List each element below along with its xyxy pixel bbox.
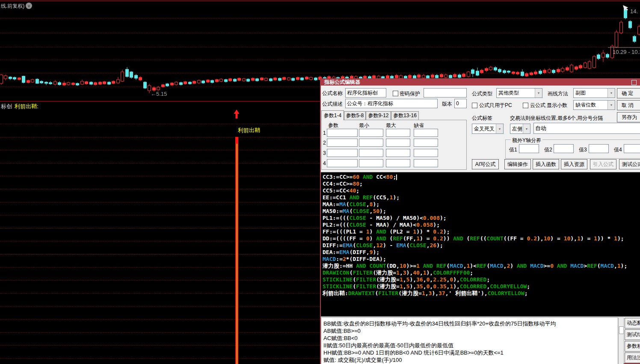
param-input-r1c2[interactable]: [359, 129, 383, 137]
candle-body: [570, 65, 573, 72]
pc-only-checkbox[interactable]: [472, 103, 477, 108]
code-line[interactable]: MAA:=MA(CLOSE,8);: [323, 201, 640, 208]
param-input-r4c2[interactable]: [359, 159, 383, 167]
candle-body: [310, 77, 313, 80]
code-line[interactable]: STICKLINE(FILTER(潜力股=1,5),36,0,2.25,0),C…: [323, 276, 640, 283]
param-input-r2c2[interactable]: [359, 139, 383, 147]
test-formula-button[interactable]: 测试公式: [619, 159, 640, 169]
code-line[interactable]: PL2:=(((CLOSE - MAA) / MAA)<0.058);: [323, 222, 640, 228]
code-line[interactable]: PL1:=(((CLOSE - MA50) / MA50)<0.008);: [323, 215, 640, 222]
decimal-select[interactable]: 缺省位数 ▼: [573, 100, 615, 110]
trade-rule-select[interactable]: 左侧 ▼: [510, 124, 530, 134]
extra-y-input-3[interactable]: [589, 144, 609, 153]
candle-body: [534, 72, 537, 74]
extra-y-input-4[interactable]: [624, 144, 640, 153]
version-input[interactable]: [454, 99, 467, 108]
import-formula-button[interactable]: 引入公式: [590, 159, 616, 169]
translation-line: AB赋值:BB>=0: [323, 327, 617, 334]
param-input-r3c2[interactable]: [359, 149, 383, 157]
chevron-down-circle-icon[interactable]: ∨: [26, 3, 32, 9]
param-input-r3c3[interactable]: [386, 149, 410, 157]
translation-scrollbar[interactable]: [618, 317, 624, 364]
code-line[interactable]: MACD:=2*(DIFF-DEA);: [323, 256, 640, 263]
dynamic-translate-button[interactable]: 动态翻译: [625, 318, 640, 328]
close-icon[interactable]: [631, 80, 637, 85]
candle-body: [485, 68, 488, 71]
code-line[interactable]: 利箭出鞘:DRAWTEXT(FILTER(潜力股=1,3),37,' 利箭出鞘'…: [323, 290, 640, 297]
usage-note-button[interactable]: 用法注释: [625, 352, 640, 363]
candle-body: [498, 69, 501, 72]
dialog-titlebar[interactable]: 指标公式编辑器: [321, 79, 640, 86]
candle-body: [279, 78, 281, 80]
param-wizard-button[interactable]: 参数精灵: [625, 341, 640, 352]
extra-y-input-2[interactable]: [554, 144, 574, 153]
cloud-formula-checkbox[interactable]: [523, 103, 528, 108]
tab-params-1[interactable]: 参数1-4: [321, 110, 344, 120]
candle-body: [274, 78, 277, 80]
ai-write-button[interactable]: AI写公式: [472, 159, 499, 169]
chevron-down-icon[interactable]: ▼: [607, 89, 615, 98]
draw-method-select[interactable]: 副图 ▼: [573, 88, 615, 98]
param-input-r4c1[interactable]: [327, 159, 358, 167]
formula-type-select[interactable]: 其他类型 ▼: [496, 88, 542, 98]
coord-line-label: 坐标线位置,最多6个,用分号分隔: [530, 115, 603, 122]
formula-tag-select[interactable]: 金叉死叉 ▼: [472, 124, 504, 134]
extra-y-input-1[interactable]: [519, 144, 539, 153]
test-result-button[interactable]: 测试结果: [625, 329, 640, 340]
scrollbar-thumb[interactable]: [619, 326, 624, 334]
param-input-r3c4[interactable]: [414, 149, 438, 157]
code-line[interactable]: DIFF:=EMA(CLOSE,12) - EMA(CLOSE,26);: [323, 242, 640, 249]
candle-body: [620, 22, 623, 33]
candle-body: [243, 79, 246, 81]
param-input-r4c3[interactable]: [386, 159, 410, 167]
code-line[interactable]: DRAWICON(FILTER(潜力股=1,3),40,1),COLORFFFF…: [323, 269, 640, 276]
param-input-r2c3[interactable]: [386, 139, 410, 147]
param-row-number: 2: [323, 140, 326, 146]
tab-params-2[interactable]: 参数5-8: [344, 111, 366, 120]
param-input-r3c1[interactable]: [327, 149, 358, 157]
param-input-r1c3[interactable]: [386, 129, 410, 137]
code-line[interactable]: CC4:=CC>=80;: [323, 181, 640, 187]
code-line[interactable]: FF:=(((PL1 = 1) AND (PL2 = 1)) * 0.2);: [323, 228, 640, 235]
tab-params-3[interactable]: 参数9-12: [366, 111, 391, 120]
chevron-down-icon[interactable]: ▼: [607, 101, 615, 109]
code-line[interactable]: CC3:=CC>=60 AND CC<80;: [323, 174, 640, 181]
code-line[interactable]: MA50:=MA(CLOSE,50);: [323, 208, 640, 215]
candle-body: [467, 72, 470, 77]
param-input-r1c1[interactable]: [327, 129, 358, 137]
candle-body: [579, 65, 582, 68]
edit-ops-button[interactable]: 编辑操作: [504, 159, 531, 169]
chevron-down-icon[interactable]: ▼: [496, 124, 503, 133]
chevron-down-icon[interactable]: ▼: [535, 89, 542, 98]
password-input[interactable]: [424, 88, 467, 98]
cancel-button[interactable]: 取 消: [617, 100, 640, 110]
code-line[interactable]: STICKLINE(FILTER(潜力股=1,5),35,0,0.35,1),C…: [323, 283, 640, 290]
chevron-down-icon[interactable]: ▼: [523, 124, 530, 133]
insert-resource-button[interactable]: 插入资源: [561, 159, 587, 169]
code-line[interactable]: EE:=CC1 AND REF(CC5,1);: [323, 194, 640, 201]
tab-params-4[interactable]: 参数13-16: [391, 111, 419, 120]
candle-body: [229, 79, 232, 81]
code-line[interactable]: DEA:=EMA(DIFF,9);: [323, 249, 640, 256]
candle-body: [602, 53, 605, 57]
code-line[interactable]: 潜力股:=HH AND COUNT(DD,10)>=1 AND REF(MACD…: [323, 263, 640, 269]
param-row-number: 1: [323, 130, 326, 136]
param-input-r2c1[interactable]: [327, 139, 358, 147]
formula-code-editor[interactable]: CC3:=CC>=60 AND CC<80;CC4:=CC>=80;CC5:=C…: [321, 172, 640, 317]
candle-body: [261, 78, 264, 80]
coord-line-input[interactable]: [533, 123, 640, 134]
formula-desc-input[interactable]: [345, 99, 438, 108]
save-as-button[interactable]: 另存为: [617, 112, 640, 122]
insert-function-button[interactable]: 插入函数: [533, 159, 559, 169]
param-input-r2c4[interactable]: [414, 139, 438, 147]
param-input-r4c4[interactable]: [414, 159, 438, 167]
ok-button[interactable]: 确 定: [617, 88, 640, 98]
candle-body: [287, 78, 290, 80]
candle-body: [40, 81, 43, 83]
formula-name-input[interactable]: [345, 88, 386, 98]
candle-body: [112, 81, 115, 83]
param-input-r1c4[interactable]: [414, 129, 438, 137]
code-line[interactable]: CC5:=CC<40;: [323, 187, 640, 194]
code-line[interactable]: DD:=((((FF = 0) AND (REF(FF,1) = 0.2)) A…: [323, 235, 640, 242]
password-protect-checkbox[interactable]: [393, 91, 398, 96]
